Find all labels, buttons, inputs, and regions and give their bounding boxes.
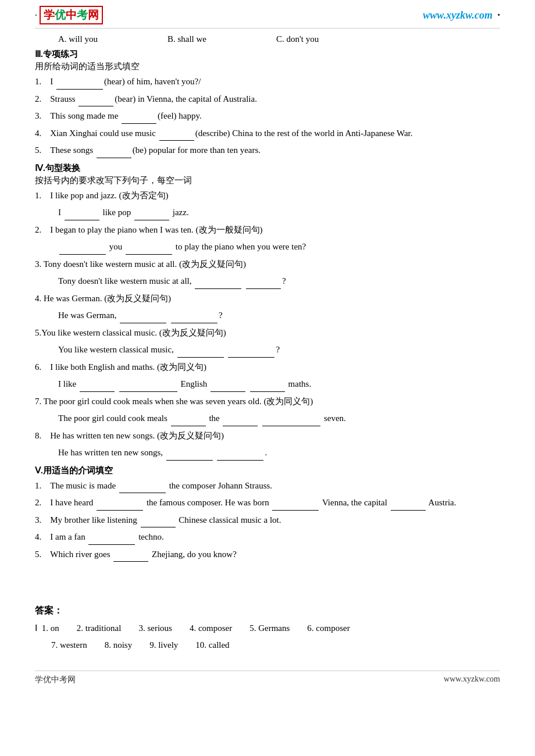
- list-item: 7. The poor girl could cook meals when s…: [35, 394, 500, 409]
- list-item: 5.You like western classical music. (改为反…: [35, 326, 500, 341]
- list-item: 2. Strauss (bear) in Vienna, the capital…: [35, 92, 500, 107]
- answer-items-1: 1. on 2. traditional 3. serious 4. compo…: [42, 623, 350, 633]
- blank: [159, 131, 194, 141]
- blank: [80, 383, 115, 392]
- list-item: 5. Which river goes Zhejiang, do you kno…: [35, 547, 500, 562]
- page: · 学优中考网 www.xyzkw.com · A. will you B. s…: [0, 0, 535, 756]
- list-item: 3. This song made me (feel) happy.: [35, 109, 500, 124]
- blank: [195, 280, 241, 289]
- list-item: 5. These songs (be) popular for more tha…: [35, 143, 500, 158]
- header: · 学优中考网 www.xyzkw.com ·: [35, 6, 500, 28]
- blank: [59, 245, 106, 255]
- section4: Ⅳ.句型装换 按括号内的要求改写下列句子，每空一词 1. I like pop …: [35, 163, 500, 461]
- blank: [65, 211, 99, 220]
- blank: [134, 211, 169, 220]
- blank: [88, 536, 135, 545]
- blank: [217, 451, 263, 461]
- sub-item: Tony doesn't like western music at all, …: [58, 274, 500, 289]
- section5: Ⅴ.用适当的介词填空 1. The music is made the comp…: [35, 465, 500, 562]
- blank: [56, 80, 103, 90]
- list-item: 6. I like both English and maths. (改为同义句…: [35, 360, 500, 375]
- section5-title: Ⅴ.用适当的介词填空: [35, 465, 500, 476]
- blank: [79, 97, 113, 106]
- answer-row: Ⅰ 1. on 2. traditional 3. serious 4. com…: [35, 621, 500, 636]
- list-item: 1. I (hear) of him, haven't you?/: [35, 74, 500, 90]
- blank: [126, 245, 172, 255]
- answer-row: 7. western 8. noisy 9. lively 10. called: [51, 637, 500, 653]
- answer-title: 答案：: [35, 605, 500, 617]
- blank: [272, 501, 319, 511]
- sub-item: I like pop jazz.: [58, 205, 500, 220]
- footer-right: www.xyzkw.com: [444, 675, 500, 685]
- list-item: 4. I am a fan techno.: [35, 530, 500, 545]
- blank: [122, 115, 156, 124]
- answer-section: 答案： Ⅰ 1. on 2. traditional 3. serious 4.…: [35, 605, 500, 653]
- blank: [113, 552, 148, 562]
- blank: [97, 149, 131, 158]
- footer-left: 学优中考网: [35, 675, 76, 685]
- sub-item: You like western classical music, ?: [58, 343, 500, 358]
- website: www.xyzkw.com ·: [423, 9, 500, 22]
- answer-items-2: 7. western 8. noisy 9. lively 10. called: [51, 640, 230, 650]
- list-item: 1. The music is made the composer Johann…: [35, 479, 500, 494]
- roman-numeral: Ⅰ: [35, 623, 37, 633]
- blank: [391, 501, 426, 511]
- list-item: 3. Tony doesn't like western music at al…: [35, 257, 500, 272]
- section4-title: Ⅳ.句型装换: [35, 163, 500, 174]
- sub-item: The poor girl could cook meals the seven…: [58, 411, 500, 426]
- section3-title: Ⅲ.专项练习: [35, 49, 500, 60]
- blank: [246, 280, 281, 289]
- logo: · 学优中考网: [35, 6, 103, 24]
- sub-item: He was German, ?: [58, 308, 500, 323]
- sub-item: you to play the piano when you were ten?: [58, 240, 500, 255]
- blank: [119, 383, 177, 392]
- blank: [166, 451, 213, 461]
- sub-item: I like English maths.: [58, 377, 500, 392]
- section4-desc: 按括号内的要求改写下列句子，每空一词: [35, 175, 500, 186]
- section3-desc: 用所给动词的适当形式填空: [35, 61, 500, 72]
- blank: [97, 501, 143, 511]
- blank: [177, 348, 224, 358]
- blank: [171, 314, 217, 323]
- option-a: A. will you: [58, 34, 98, 44]
- blank: [119, 484, 166, 493]
- list-item: 4. He was German. (改为反义疑问句): [35, 291, 500, 306]
- list-item: 2. I began to play the piano when I was …: [35, 223, 500, 238]
- blank: [262, 417, 320, 426]
- sub-item: He has written ten new songs, .: [58, 445, 500, 461]
- footer: 学优中考网 www.xyzkw.com: [35, 671, 500, 685]
- blank: [211, 383, 245, 392]
- option-c: C. don't you: [276, 34, 319, 44]
- list-item: 4. Xian Xinghai could use music (describ…: [35, 126, 500, 141]
- section3: Ⅲ.专项练习 用所给动词的适当形式填空 1. I (hear) of him, …: [35, 49, 500, 158]
- blank: [171, 417, 206, 426]
- list-item: 2. I have heard the famous composer. He …: [35, 495, 500, 511]
- options-row: A. will you B. shall we C. don't you: [58, 34, 500, 44]
- option-b: B. shall we: [167, 34, 206, 44]
- blank: [223, 417, 258, 426]
- blank: [120, 314, 166, 323]
- blank: [141, 518, 176, 527]
- list-item: 3. My brother like listening Chinese cla…: [35, 513, 500, 528]
- list-item: 1. I like pop and jazz. (改为否定句): [35, 188, 500, 204]
- blank: [250, 383, 285, 392]
- list-item: 8. He has written ten new songs. (改为反义疑问…: [35, 429, 500, 444]
- blank: [228, 348, 274, 358]
